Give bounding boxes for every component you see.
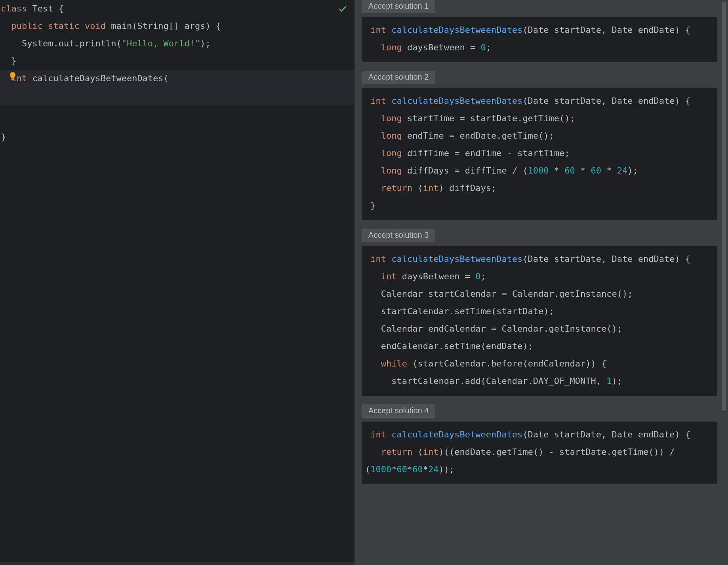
code-editor[interactable]: class Test { public static void main(Str… [0, 0, 354, 565]
code-line[interactable]: } [0, 52, 354, 70]
main-split: class Test { public static void main(Str… [0, 0, 728, 565]
code-line[interactable]: System.out.println("Hello, World!"); [0, 35, 354, 52]
solution-code[interactable]: int calculateDaysBetweenDates(Date start… [362, 246, 717, 396]
solution-block: Accept solution 1 int calculateDaysBetwe… [362, 0, 717, 62]
solution-block: Accept solution 4 int calculateDaysBetwe… [362, 405, 717, 484]
accept-solution-button[interactable]: Accept solution 4 [362, 405, 435, 418]
code-line[interactable]: class Test { [0, 0, 354, 17]
scrollbar-thumb[interactable] [722, 2, 726, 410]
accept-solution-button[interactable]: Accept solution 1 [362, 0, 435, 13]
checkmark-icon [338, 4, 347, 13]
solution-code[interactable]: int calculateDaysBetweenDates(Date start… [362, 422, 717, 484]
lightbulb-icon[interactable] [8, 71, 17, 81]
code-line[interactable] [0, 87, 354, 105]
code-line-active[interactable]: int calculateDaysBetweenDates( [0, 70, 354, 87]
accept-solution-button[interactable]: Accept solution 2 [362, 71, 435, 84]
solutions-panel[interactable]: Accept solution 1 int calculateDaysBetwe… [354, 0, 728, 565]
solution-block: Accept solution 3 int calculateDaysBetwe… [362, 229, 717, 396]
code-line[interactable]: } [0, 128, 354, 146]
solution-code[interactable]: int calculateDaysBetweenDates(Date start… [362, 17, 717, 62]
solution-code[interactable]: int calculateDaysBetweenDates(Date start… [362, 88, 717, 220]
solution-block: Accept solution 2 int calculateDaysBetwe… [362, 71, 717, 220]
code-line[interactable]: public static void main(String[] args) { [0, 17, 354, 35]
editor-bottom-bar [0, 562, 354, 565]
accept-solution-button[interactable]: Accept solution 3 [362, 229, 435, 242]
